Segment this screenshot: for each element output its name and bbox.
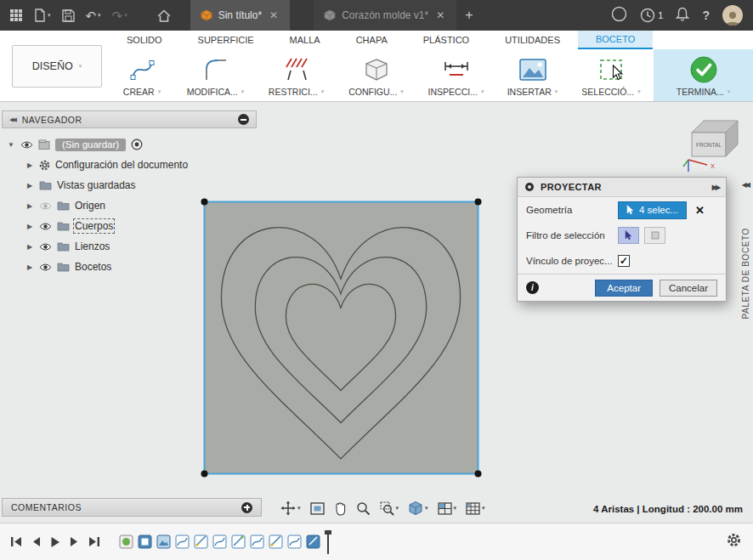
app-grid-icon[interactable] [7, 4, 25, 26]
save-button[interactable] [59, 4, 77, 26]
tree-row-saved-views[interactable]: ▶ Vistas guardadas [7, 175, 188, 195]
projection-link-checkbox[interactable]: ✓ [618, 255, 630, 267]
tab-plastico[interactable]: PLÁSTICO [405, 31, 487, 49]
eye-icon[interactable] [39, 242, 52, 252]
root-document-label[interactable]: (Sin guardar) [55, 139, 126, 151]
eye-icon[interactable] [39, 222, 52, 231]
eye-icon[interactable] [39, 263, 52, 272]
add-comment-icon[interactable] [241, 502, 252, 513]
clear-selection-icon[interactable]: ✕ [695, 204, 705, 217]
caret-collapsed-icon[interactable]: ▶ [25, 202, 34, 210]
new-tab-button[interactable]: + [456, 0, 481, 31]
timeline-feature-icon[interactable] [306, 534, 320, 550]
timeline-feature-icon[interactable] [138, 534, 152, 550]
look-at-button[interactable] [310, 502, 325, 515]
info-icon[interactable]: i [526, 281, 539, 294]
timeline-feature-icon[interactable] [250, 534, 264, 550]
tool-group-insertar[interactable]: INSERTAR▾ [496, 49, 569, 101]
caret-collapsed-icon[interactable]: ▶ [25, 223, 34, 230]
palette-collapse-icon[interactable]: ◀◀ [742, 181, 749, 189]
timeline-feature-icon[interactable] [194, 534, 208, 550]
file-menu-button[interactable]: ▾ [31, 4, 54, 26]
tree-row-root[interactable]: ▼ (Sin guardar) [7, 134, 188, 155]
navigator-header[interactable]: ◀◀ NAVEGADOR [2, 110, 257, 128]
record-state-icon[interactable] [131, 139, 143, 150]
step-forward-icon[interactable] [70, 536, 79, 547]
orbit-button[interactable]: ▾ [280, 501, 301, 516]
panel-menu-icon[interactable] [238, 114, 249, 125]
tool-group-configurar[interactable]: CONFIGU...▾ [337, 49, 416, 101]
expand-right-icon[interactable]: ▶▶ [712, 184, 719, 191]
tab-utilidades[interactable]: UTILIDADES [487, 31, 578, 49]
filter-faces-button[interactable] [644, 227, 665, 244]
close-icon[interactable]: ✕ [268, 9, 280, 21]
dialog-header[interactable]: PROYECTAR ▶▶ [518, 178, 726, 197]
accept-button[interactable]: Aceptar [595, 280, 653, 297]
geometry-selection-button[interactable]: 4 selec... [618, 201, 687, 219]
zoom-window-button[interactable]: ▾ [380, 501, 399, 516]
timeline-feature-icon[interactable] [119, 534, 133, 550]
timeline-settings-gear-icon[interactable] [727, 533, 753, 551]
display-settings-button[interactable]: ▾ [408, 501, 428, 516]
collapse-left-icon[interactable]: ◀◀ [9, 116, 15, 123]
eye-icon[interactable] [20, 140, 33, 150]
undo-button[interactable]: ↶ ▾ [83, 4, 104, 26]
tree-row-sketches[interactable]: ▶ Bocetos [7, 257, 188, 277]
filter-bodies-button[interactable] [618, 227, 639, 244]
play-icon[interactable] [50, 536, 60, 548]
tree-item-label[interactable]: Vistas guardadas [57, 179, 136, 191]
avatar[interactable] [722, 5, 743, 25]
timeline-feature-icon[interactable] [212, 534, 227, 550]
zoom-button[interactable] [356, 501, 371, 516]
sketch-palette-label[interactable]: PALETA DE BOCETO [741, 228, 750, 319]
caret-collapsed-icon[interactable]: ▶ [25, 182, 34, 189]
timeline-feature-icon[interactable] [231, 534, 246, 550]
tree-item-label[interactable]: Configuración del documento [55, 159, 188, 171]
viewports-button[interactable]: ▾ [466, 502, 485, 515]
caret-collapsed-icon[interactable]: ▶ [25, 243, 34, 251]
tool-group-terminar-boceto[interactable]: TERMINA...▾ [654, 49, 753, 101]
tree-item-label[interactable]: Bocetos [75, 261, 111, 273]
timeline-feature-icon[interactable] [269, 534, 283, 550]
viewcube[interactable]: FRONTAL X [682, 112, 746, 177]
notifications-bell-icon[interactable] [676, 7, 689, 25]
tool-group-inspeccionar[interactable]: INSPECCI...▾ [416, 49, 496, 101]
tab-chapa[interactable]: CHAPA [338, 31, 405, 49]
workspace-selector[interactable]: DISEÑO ▾ [12, 45, 102, 88]
timeline-feature-icon[interactable] [175, 534, 190, 550]
pan-button[interactable] [334, 501, 347, 516]
caret-expanded-icon[interactable]: ▼ [7, 141, 15, 149]
tab-boceto[interactable]: BOCETO [578, 31, 653, 49]
skip-to-start-icon[interactable] [10, 536, 22, 547]
tab-superficie[interactable]: SUPERFICIE [180, 31, 272, 49]
viewport-canvas[interactable]: ◀◀ NAVEGADOR ▼ (Sin guardar) ▶ Configura… [0, 102, 753, 523]
tree-row-canvases[interactable]: ▶ Lienzos [7, 236, 188, 257]
comments-panel-header[interactable]: COMENTARIOS [2, 498, 262, 517]
caret-collapsed-icon[interactable]: ▶ [25, 161, 34, 169]
tree-row-origin[interactable]: ▶ Origen [7, 195, 188, 216]
timeline-feature-icon[interactable] [156, 534, 171, 550]
cancel-button[interactable]: Cancelar [660, 280, 717, 297]
job-status-button[interactable]: 1 [640, 8, 663, 23]
tree-row-doc-settings[interactable]: ▶ Configuración del documento [7, 155, 188, 175]
tree-item-label[interactable]: Cuerpos [75, 220, 113, 232]
grid-layout-button[interactable]: ▾ [438, 502, 457, 515]
tool-group-crear[interactable]: CREAR▾ [109, 49, 175, 101]
home-button[interactable] [155, 4, 173, 26]
help-icon[interactable]: ? [702, 8, 710, 22]
doc-tab-inactive[interactable]: Corazón molde v1* ✕ [314, 0, 456, 31]
tool-group-restricciones[interactable]: RESTRICI...▾ [256, 49, 337, 101]
tab-solido[interactable]: SOLIDO [109, 31, 180, 49]
caret-collapsed-icon[interactable]: ▶ [25, 263, 34, 271]
tree-item-label[interactable]: Origen [75, 200, 105, 212]
eye-off-icon[interactable] [39, 201, 52, 211]
tool-group-seleccionar[interactable]: SELECCIÓ...▾ [569, 49, 654, 101]
tool-group-modificar[interactable]: MODIFICA...▾ [175, 49, 256, 101]
timeline-feature-icon[interactable] [287, 534, 302, 550]
tree-row-bodies[interactable]: ▶ Cuerpos [7, 216, 188, 236]
skip-to-end-icon[interactable] [88, 536, 100, 547]
tab-malla[interactable]: MALLA [272, 31, 338, 49]
tree-item-label[interactable]: Lienzos [75, 240, 110, 252]
close-icon[interactable]: ✕ [434, 9, 446, 21]
extensions-icon[interactable] [611, 6, 627, 25]
